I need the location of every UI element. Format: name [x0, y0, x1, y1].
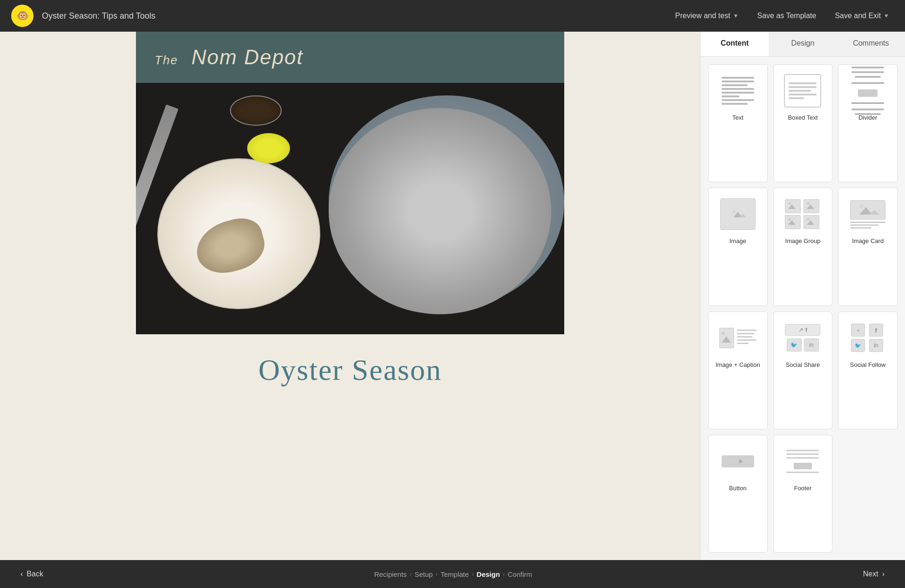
nav-step-confirm[interactable]: Confirm — [507, 570, 532, 578]
divider-separator-2 — [851, 102, 884, 104]
food-scene-bg — [136, 83, 564, 334]
lemon — [247, 133, 290, 163]
img-thumb-3 — [785, 215, 801, 229]
preview-chevron-down-icon: ▼ — [733, 13, 739, 19]
img-thumb-1 — [785, 199, 801, 213]
social-share-icon-wrapper: ↗ f 🐦 in — [785, 324, 820, 351]
image-block-label: Image — [729, 237, 746, 244]
text-line-4 — [722, 88, 754, 90]
button-preview — [722, 455, 754, 467]
nav-steps: Recipients › Setup › Template › Design ›… — [374, 570, 532, 578]
save-exit-button[interactable]: Save and Exit ▼ — [830, 9, 894, 23]
nav-step-setup[interactable]: Setup — [414, 570, 432, 578]
text-line-6 — [722, 95, 740, 97]
step-chevron-2: › — [436, 570, 438, 578]
footer-icon-wrapper — [786, 450, 819, 473]
tab-content[interactable]: Content — [701, 32, 769, 56]
svg-point-6 — [789, 203, 791, 205]
block-boxed-text[interactable]: Boxed Text — [773, 64, 833, 182]
block-image[interactable]: Image — [708, 188, 768, 305]
image-caption-block-icon — [717, 319, 759, 357]
tab-comments[interactable]: Comments — [837, 32, 905, 56]
image-card-img-top — [850, 200, 885, 220]
block-divider[interactable]: Divider — [838, 64, 898, 182]
brand-the: The — [155, 53, 178, 67]
img-thumb-2 — [804, 199, 819, 213]
step-confirm-label: Confirm — [507, 570, 532, 578]
preview-test-button[interactable]: Preview and test ▼ — [670, 9, 743, 23]
footer-block-icon — [782, 443, 824, 480]
content-blocks-grid: Text Boxed Text — [701, 57, 905, 560]
image-card-block-icon — [847, 196, 889, 233]
nav-step-design[interactable]: Design — [477, 570, 500, 578]
img-caption-img — [719, 328, 734, 348]
share-linkedin-icon: in — [809, 342, 813, 348]
text-line-1 — [722, 77, 754, 79]
img-card-line-2 — [850, 224, 878, 226]
text-line-2 — [722, 81, 754, 82]
caption-line-2 — [737, 333, 755, 334]
img-thumb-svg-3 — [786, 216, 799, 228]
img-thumb-svg-2 — [805, 201, 818, 212]
email-header: The Nom Depot — [136, 32, 564, 83]
svg-point-12 — [789, 218, 791, 221]
footer-block-bar — [794, 463, 812, 469]
block-image-group[interactable]: Image Group — [773, 188, 833, 305]
step-recipients-label: Recipients — [374, 570, 407, 578]
social-follow-block-label: Social Follow — [850, 361, 886, 368]
img-thumb-4 — [804, 215, 819, 229]
block-image-caption[interactable]: Image + Caption — [708, 311, 768, 429]
svg-point-3 — [733, 210, 736, 213]
sauce-bowl — [230, 95, 281, 126]
back-button[interactable]: ‹ Back — [14, 566, 50, 582]
social-share-block-label: Social Share — [786, 361, 820, 368]
divider-separator — [851, 82, 884, 84]
button-icon-wrapper — [722, 455, 754, 467]
divider-block-icon — [847, 72, 889, 109]
block-social-follow[interactable]: ＋ f 🐦 in Social Follow — [838, 311, 898, 429]
oyster-tray — [329, 108, 551, 314]
caption-line-4 — [737, 339, 756, 341]
caption-line-5 — [737, 343, 749, 344]
main-layout: The Nom Depot Oy — [0, 32, 905, 560]
follow-facebook-icon: f — [875, 327, 877, 334]
block-image-card[interactable]: Image Card — [838, 188, 898, 305]
nav-step-template[interactable]: Template — [440, 570, 469, 578]
boxed-line-5 — [789, 97, 804, 99]
share-facebook-icon: f — [805, 327, 807, 333]
image-group-block-label: Image Group — [785, 237, 821, 244]
svg-point-9 — [807, 203, 810, 205]
top-bar-left: 🐵 Oyster Season: Tips and Tools — [11, 5, 155, 27]
next-button[interactable]: Next › — [857, 566, 891, 582]
block-social-share[interactable]: ↗ f 🐦 in Social Share — [773, 311, 833, 429]
img-thumb-svg-1 — [786, 201, 799, 212]
div-line-1 — [851, 67, 884, 68]
share-twitter-box: 🐦 — [787, 338, 802, 351]
social-follow-block-icon: ＋ f 🐦 in — [847, 319, 889, 357]
social-share-block-icon: ↗ f 🐦 in — [782, 319, 824, 357]
email-body: Oyster Season — [136, 83, 564, 406]
button-block-icon — [717, 443, 759, 480]
follow-plus-icon: ＋ — [856, 327, 861, 334]
nav-step-recipients[interactable]: Recipients — [374, 570, 407, 578]
text-block-label: Text — [732, 114, 743, 121]
block-footer[interactable]: Footer — [773, 435, 833, 553]
image-card-text-lines — [850, 222, 885, 229]
tab-design[interactable]: Design — [769, 32, 837, 56]
text-block-icon — [717, 72, 759, 109]
boxed-line-1 — [789, 82, 817, 84]
next-label: Next — [863, 570, 878, 578]
boxed-text-block-icon — [782, 72, 824, 109]
share-arrow-icon: ↗ — [798, 326, 804, 333]
follow-linkedin-box: in — [869, 339, 883, 352]
image-group-block-icon — [782, 196, 824, 233]
block-button[interactable]: Button — [708, 435, 768, 553]
save-template-button[interactable]: Save as Template — [752, 9, 821, 23]
boxed-text-block-label: Boxed Text — [788, 114, 817, 121]
image-card-block-label: Image Card — [852, 237, 884, 244]
block-text[interactable]: Text — [708, 64, 768, 182]
campaign-title: Oyster Season: Tips and Tools — [42, 11, 155, 21]
image-caption-block-label: Image + Caption — [716, 361, 760, 368]
email-container: The Nom Depot Oy — [136, 32, 564, 406]
div-line-2 — [851, 71, 884, 73]
